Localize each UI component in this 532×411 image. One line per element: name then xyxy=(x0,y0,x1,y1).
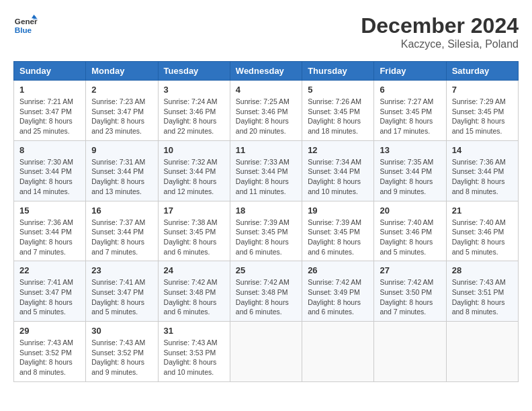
day-number: 7 xyxy=(452,85,513,95)
day-info: Sunrise: 7:34 AM Sunset: 3:44 PM Dayligh… xyxy=(308,157,368,197)
day-info: Sunrise: 7:33 AM Sunset: 3:44 PM Dayligh… xyxy=(236,157,296,197)
day-info: Sunrise: 7:43 AM Sunset: 3:52 PM Dayligh… xyxy=(19,338,80,377)
calendar-cell: 14 Sunrise: 7:36 AM Sunset: 3:44 PM Dayl… xyxy=(446,140,518,201)
day-number: 9 xyxy=(91,145,152,155)
day-info: Sunrise: 7:43 AM Sunset: 3:53 PM Dayligh… xyxy=(164,338,224,377)
calendar-cell: 25 Sunrise: 7:42 AM Sunset: 3:48 PM Dayl… xyxy=(230,261,302,322)
day-number: 4 xyxy=(236,85,296,95)
weekday-header-tuesday: Tuesday xyxy=(158,62,230,81)
weekday-header-monday: Monday xyxy=(86,62,158,81)
calendar-cell: 19 Sunrise: 7:39 AM Sunset: 3:45 PM Dayl… xyxy=(302,201,374,261)
calendar-cell: 23 Sunrise: 7:41 AM Sunset: 3:47 PM Dayl… xyxy=(86,261,158,322)
weekday-header-wednesday: Wednesday xyxy=(230,62,302,81)
location-subtitle: Kaczyce, Silesia, Poland xyxy=(361,38,519,50)
calendar-cell: 12 Sunrise: 7:34 AM Sunset: 3:44 PM Dayl… xyxy=(302,140,374,201)
weekday-header-saturday: Saturday xyxy=(446,62,518,81)
day-number: 2 xyxy=(91,85,152,95)
day-info: Sunrise: 7:39 AM Sunset: 3:45 PM Dayligh… xyxy=(236,218,296,257)
day-number: 27 xyxy=(380,265,440,275)
day-info: Sunrise: 7:42 AM Sunset: 3:49 PM Dayligh… xyxy=(308,277,368,317)
logo: General Blue xyxy=(13,13,38,38)
day-number: 8 xyxy=(19,145,80,155)
day-info: Sunrise: 7:37 AM Sunset: 3:44 PM Dayligh… xyxy=(91,218,152,257)
calendar-table: SundayMondayTuesdayWednesdayThursdayFrid… xyxy=(13,61,519,382)
day-number: 5 xyxy=(308,85,368,95)
day-info: Sunrise: 7:31 AM Sunset: 3:44 PM Dayligh… xyxy=(91,157,152,197)
calendar-cell: 4 Sunrise: 7:25 AM Sunset: 3:46 PM Dayli… xyxy=(230,81,302,141)
day-info: Sunrise: 7:43 AM Sunset: 3:52 PM Dayligh… xyxy=(91,338,152,377)
day-info: Sunrise: 7:23 AM Sunset: 3:47 PM Dayligh… xyxy=(91,97,152,136)
day-number: 16 xyxy=(91,205,152,216)
calendar-cell: 3 Sunrise: 7:24 AM Sunset: 3:46 PM Dayli… xyxy=(158,81,230,141)
calendar-cell: 27 Sunrise: 7:42 AM Sunset: 3:50 PM Dayl… xyxy=(374,261,446,322)
day-number: 26 xyxy=(308,265,368,275)
day-info: Sunrise: 7:21 AM Sunset: 3:47 PM Dayligh… xyxy=(19,97,80,136)
calendar-cell: 10 Sunrise: 7:32 AM Sunset: 3:44 PM Dayl… xyxy=(158,140,230,201)
calendar-week-3: 15 Sunrise: 7:36 AM Sunset: 3:44 PM Dayl… xyxy=(14,201,519,261)
day-info: Sunrise: 7:26 AM Sunset: 3:45 PM Dayligh… xyxy=(308,97,368,136)
day-info: Sunrise: 7:29 AM Sunset: 3:45 PM Dayligh… xyxy=(452,97,513,136)
day-info: Sunrise: 7:35 AM Sunset: 3:44 PM Dayligh… xyxy=(380,157,440,197)
day-info: Sunrise: 7:40 AM Sunset: 3:46 PM Dayligh… xyxy=(380,218,440,257)
day-number: 30 xyxy=(91,326,152,336)
calendar-cell: 6 Sunrise: 7:27 AM Sunset: 3:45 PM Dayli… xyxy=(374,81,446,141)
day-info: Sunrise: 7:40 AM Sunset: 3:46 PM Dayligh… xyxy=(452,218,513,257)
day-number: 29 xyxy=(19,326,80,336)
day-info: Sunrise: 7:24 AM Sunset: 3:46 PM Dayligh… xyxy=(164,97,224,136)
day-number: 23 xyxy=(91,265,152,275)
calendar-cell xyxy=(302,322,374,382)
calendar-cell: 22 Sunrise: 7:41 AM Sunset: 3:47 PM Dayl… xyxy=(14,261,86,322)
day-info: Sunrise: 7:42 AM Sunset: 3:48 PM Dayligh… xyxy=(164,277,224,317)
day-info: Sunrise: 7:36 AM Sunset: 3:44 PM Dayligh… xyxy=(452,157,513,197)
calendar-cell: 11 Sunrise: 7:33 AM Sunset: 3:44 PM Dayl… xyxy=(230,140,302,201)
calendar-cell: 24 Sunrise: 7:42 AM Sunset: 3:48 PM Dayl… xyxy=(158,261,230,322)
calendar-cell: 2 Sunrise: 7:23 AM Sunset: 3:47 PM Dayli… xyxy=(86,81,158,141)
day-info: Sunrise: 7:27 AM Sunset: 3:45 PM Dayligh… xyxy=(380,97,440,136)
calendar-cell: 16 Sunrise: 7:37 AM Sunset: 3:44 PM Dayl… xyxy=(86,201,158,261)
calendar-cell: 17 Sunrise: 7:38 AM Sunset: 3:45 PM Dayl… xyxy=(158,201,230,261)
weekday-header-friday: Friday xyxy=(374,62,446,81)
day-info: Sunrise: 7:41 AM Sunset: 3:47 PM Dayligh… xyxy=(91,277,152,317)
month-year-title: December 2024 xyxy=(361,13,519,38)
logo-icon: General Blue xyxy=(13,13,38,38)
day-info: Sunrise: 7:36 AM Sunset: 3:44 PM Dayligh… xyxy=(19,218,80,257)
day-number: 13 xyxy=(380,145,440,155)
calendar-week-5: 29 Sunrise: 7:43 AM Sunset: 3:52 PM Dayl… xyxy=(14,322,519,382)
day-number: 28 xyxy=(452,265,513,275)
day-info: Sunrise: 7:32 AM Sunset: 3:44 PM Dayligh… xyxy=(164,157,224,197)
day-number: 20 xyxy=(380,205,440,216)
calendar-cell: 8 Sunrise: 7:30 AM Sunset: 3:44 PM Dayli… xyxy=(14,140,86,201)
day-info: Sunrise: 7:43 AM Sunset: 3:51 PM Dayligh… xyxy=(452,277,513,317)
calendar-cell: 21 Sunrise: 7:40 AM Sunset: 3:46 PM Dayl… xyxy=(446,201,518,261)
page-header: General Blue December 2024 Kaczyce, Sile… xyxy=(13,13,519,50)
day-number: 24 xyxy=(164,265,224,275)
calendar-cell xyxy=(374,322,446,382)
title-block: December 2024 Kaczyce, Silesia, Poland xyxy=(361,13,519,50)
weekday-header-thursday: Thursday xyxy=(302,62,374,81)
calendar-cell: 20 Sunrise: 7:40 AM Sunset: 3:46 PM Dayl… xyxy=(374,201,446,261)
calendar-week-4: 22 Sunrise: 7:41 AM Sunset: 3:47 PM Dayl… xyxy=(14,261,519,322)
day-number: 21 xyxy=(452,205,513,216)
calendar-cell: 15 Sunrise: 7:36 AM Sunset: 3:44 PM Dayl… xyxy=(14,201,86,261)
day-number: 18 xyxy=(236,205,296,216)
day-number: 17 xyxy=(164,205,224,216)
day-number: 1 xyxy=(19,85,80,95)
calendar-cell: 7 Sunrise: 7:29 AM Sunset: 3:45 PM Dayli… xyxy=(446,81,518,141)
weekday-header-sunday: Sunday xyxy=(14,62,86,81)
day-info: Sunrise: 7:25 AM Sunset: 3:46 PM Dayligh… xyxy=(236,97,296,136)
calendar-week-1: 1 Sunrise: 7:21 AM Sunset: 3:47 PM Dayli… xyxy=(14,81,519,141)
calendar-cell: 1 Sunrise: 7:21 AM Sunset: 3:47 PM Dayli… xyxy=(14,81,86,141)
day-info: Sunrise: 7:42 AM Sunset: 3:48 PM Dayligh… xyxy=(236,277,296,317)
day-number: 12 xyxy=(308,145,368,155)
calendar-cell xyxy=(230,322,302,382)
calendar-cell: 29 Sunrise: 7:43 AM Sunset: 3:52 PM Dayl… xyxy=(14,322,86,382)
day-info: Sunrise: 7:41 AM Sunset: 3:47 PM Dayligh… xyxy=(19,277,80,317)
day-number: 31 xyxy=(164,326,224,336)
calendar-cell: 31 Sunrise: 7:43 AM Sunset: 3:53 PM Dayl… xyxy=(158,322,230,382)
calendar-cell: 26 Sunrise: 7:42 AM Sunset: 3:49 PM Dayl… xyxy=(302,261,374,322)
day-info: Sunrise: 7:42 AM Sunset: 3:50 PM Dayligh… xyxy=(380,277,440,317)
calendar-week-2: 8 Sunrise: 7:30 AM Sunset: 3:44 PM Dayli… xyxy=(14,140,519,201)
svg-text:Blue: Blue xyxy=(15,26,32,34)
day-info: Sunrise: 7:39 AM Sunset: 3:45 PM Dayligh… xyxy=(308,218,368,257)
calendar-cell: 13 Sunrise: 7:35 AM Sunset: 3:44 PM Dayl… xyxy=(374,140,446,201)
